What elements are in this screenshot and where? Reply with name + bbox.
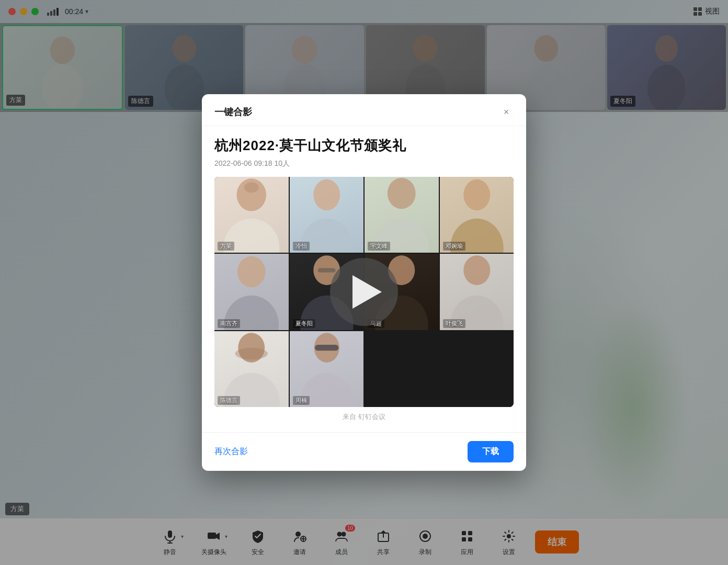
modal-footer: 再次合影 下载	[202, 432, 526, 471]
download-button[interactable]: 下载	[468, 441, 514, 462]
photo-person-name-2: 冷怡	[293, 242, 310, 251]
photo-cell-1: 方菜	[214, 177, 289, 253]
photo-cell-6: 夏冬阳	[290, 254, 364, 330]
svg-point-33	[313, 179, 340, 210]
svg-point-46	[463, 256, 490, 286]
photo-grid: 方菜 冷怡 宇文峰	[214, 177, 514, 407]
photo-cell-4: 邓婉瑜	[440, 177, 514, 253]
photo-cell-empty-1	[365, 331, 439, 407]
photo-cell-5: 南宫齐	[214, 254, 289, 330]
svg-point-50	[235, 347, 268, 359]
svg-rect-53	[315, 345, 338, 351]
photo-person-name-8: 叶俊飞	[443, 319, 465, 328]
modal-close-button[interactable]: ×	[499, 105, 514, 119]
photo-grid-container[interactable]: 方菜 冷怡 宇文峰	[214, 177, 514, 407]
photo-person-name-9: 陈德言	[218, 396, 240, 405]
svg-point-39	[237, 256, 266, 287]
photo-person-name-1: 方菜	[218, 242, 234, 251]
photo-cell-9: 陈德言	[214, 331, 289, 407]
modal-title: 一键合影	[214, 106, 499, 118]
photo-person-name-3: 宇文峰	[368, 242, 390, 251]
photo-person-name-6: 夏冬阳	[293, 319, 315, 328]
photo-cell-empty-2	[440, 331, 514, 407]
svg-point-44	[388, 256, 415, 286]
modal-header: 一键合影 ×	[202, 94, 526, 126]
photo-cell-10: 周楠	[290, 331, 364, 407]
svg-point-35	[388, 178, 416, 209]
photo-person-name-7: 马超	[368, 319, 384, 328]
photo-event-title: 杭州2022·莫干山文化节颁奖礼	[214, 137, 514, 155]
photo-cell-2: 冷怡	[290, 177, 364, 253]
photo-cell-7: 马超	[365, 254, 439, 330]
modal-overlay: 一键合影 × 杭州2022·莫干山文化节颁奖礼 2022-06-06 09:18…	[0, 0, 728, 565]
group-photo-modal: 一键合影 × 杭州2022·莫干山文化节颁奖礼 2022-06-06 09:18…	[202, 94, 526, 471]
photo-meta: 2022-06-06 09:18 10人	[214, 159, 514, 168]
photo-cell-3: 宇文峰	[365, 177, 439, 253]
source-label: 来自 钉钉会议	[214, 412, 514, 422]
modal-body: 杭州2022·莫干山文化节颁奖礼 2022-06-06 09:18 10人 方菜	[202, 126, 526, 432]
photo-person-name-10: 周楠	[293, 396, 310, 405]
retake-photo-button[interactable]: 再次合影	[214, 446, 248, 457]
photo-person-name-5: 南宫齐	[218, 319, 240, 328]
svg-rect-43	[317, 268, 335, 273]
photo-cell-8: 叶俊飞	[440, 254, 514, 330]
svg-point-37	[463, 179, 490, 210]
svg-point-32	[244, 182, 259, 193]
photo-person-name-4: 邓婉瑜	[443, 242, 465, 251]
